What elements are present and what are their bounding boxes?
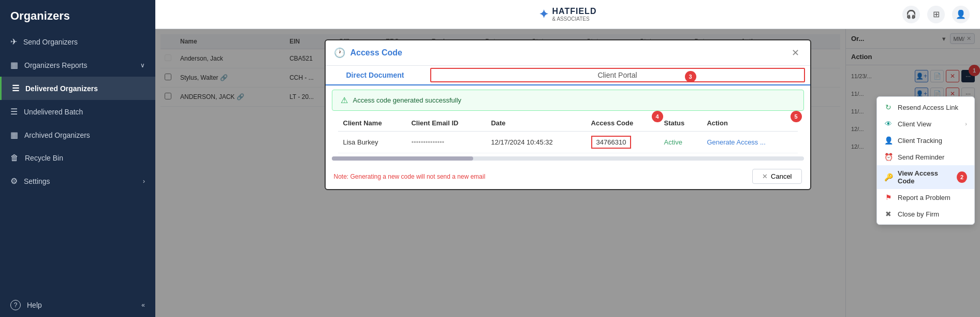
sidebar-title: Organizers xyxy=(0,0,155,30)
sidebar: Organizers ✈ Send Organizers ▦ Organizer… xyxy=(0,0,155,317)
topbar: ✦ HATFIELD & ASSOCIATES 🎧 ⊞ 👤 xyxy=(155,0,980,29)
step-badge-4: 4 xyxy=(652,111,663,122)
dropdown-item-label: Client View xyxy=(898,120,931,128)
undelivered-icon: ☰ xyxy=(10,107,18,117)
scrollbar-thumb xyxy=(332,156,474,161)
col-date: Date xyxy=(486,115,586,132)
delivered-icon: ☰ xyxy=(12,83,19,93)
key-icon: 🔑 xyxy=(884,173,893,181)
chevron-left-icon: « xyxy=(141,301,145,309)
step-badge-2: 2 xyxy=(957,171,967,183)
sidebar-item-recycle-bin[interactable]: 🗑 Recycle Bin xyxy=(0,147,155,169)
logo-icon: ✦ xyxy=(539,8,548,21)
settings-icon: ⚙ xyxy=(10,176,18,186)
cell-status: Active xyxy=(659,132,702,153)
logo-name: HATFIELD xyxy=(552,7,597,16)
modal-table-container: Client Name Client Email ID Date Access … xyxy=(326,115,810,153)
modal-footer: Note: Generating a new code will not sen… xyxy=(326,164,810,189)
dropdown-item-label: Report a Problem xyxy=(898,194,950,201)
sidebar-item-settings[interactable]: ⚙ Settings › xyxy=(0,169,155,193)
resend-icon: ↻ xyxy=(884,103,893,111)
col-status: Status xyxy=(659,115,702,132)
dropdown-item-label: Resend Access Link xyxy=(898,104,958,111)
cell-date: 12/17/2024 10:45:32 xyxy=(486,132,586,153)
main-area: ✦ HATFIELD & ASSOCIATES 🎧 ⊞ 👤 Name EIN xyxy=(155,0,980,317)
sidebar-item-delivered-organizers[interactable]: ☰ Delivered Organizers xyxy=(0,77,155,100)
flag-icon: ⚑ xyxy=(884,193,893,201)
modal-tabs: Direct Document Client Portal 3 xyxy=(326,66,810,85)
archived-icon: ▦ xyxy=(10,130,18,140)
col-action: Action 5 xyxy=(701,115,797,132)
help-icon: ? xyxy=(10,300,21,310)
warning-icon: ⚠ xyxy=(341,95,348,105)
sidebar-item-send-organizers[interactable]: ✈ Send Organizers xyxy=(0,30,155,53)
modal-close-button[interactable]: ✕ xyxy=(789,47,802,59)
footer-note: Note: Generating a new code will not sen… xyxy=(334,173,486,180)
tab-direct-document[interactable]: Direct Document xyxy=(326,66,425,85)
step-badge-5: 5 xyxy=(791,111,802,122)
tab-client-portal[interactable]: Client Portal 3 xyxy=(430,68,805,82)
modal-overlay: 🕐 Access Code ✕ Direct Document Client P… xyxy=(155,29,980,317)
success-message: Access code generated successfully xyxy=(353,96,462,104)
success-banner: ⚠ Access code generated successfully xyxy=(332,90,804,111)
cell-access-code: 34766310 xyxy=(586,132,659,153)
grid-button[interactable]: ⊞ xyxy=(927,6,945,23)
company-logo: ✦ HATFIELD & ASSOCIATES xyxy=(539,7,597,22)
modal-scrollbar-container xyxy=(326,153,810,164)
chevron-right-icon: › xyxy=(143,178,145,185)
dropdown-item-send-reminder[interactable]: ⏰ Send Reminder xyxy=(877,149,974,165)
step-badge-3: 3 xyxy=(685,71,696,82)
send-organizers-icon: ✈ xyxy=(10,37,17,47)
action-dropdown-menu: ↻ Resend Access Link 👁 Client View › 👤 C… xyxy=(876,96,975,225)
reminder-icon: ⏰ xyxy=(884,153,893,161)
dropdown-item-view-access-code[interactable]: 🔑 View Access Code 2 xyxy=(877,165,974,189)
access-code-value: 34766310 xyxy=(591,136,632,149)
sidebar-item-organizers-reports[interactable]: ▦ Organizers Reports ∨ xyxy=(0,53,155,77)
cell-action[interactable]: Generate Access ... xyxy=(701,132,797,153)
dropdown-item-client-view[interactable]: 👁 Client View › xyxy=(877,116,974,132)
col-client-name: Client Name xyxy=(338,115,406,132)
dropdown-item-close-by-firm[interactable]: ✖ Close by Firm xyxy=(877,206,974,222)
recycle-bin-icon: 🗑 xyxy=(10,153,19,163)
modal-scrollbar[interactable] xyxy=(332,156,804,161)
cell-client-name: Lisa Burkey xyxy=(338,132,406,153)
chevron-down-icon: ∨ xyxy=(140,62,145,69)
close-firm-icon: ✖ xyxy=(884,210,893,218)
reports-icon: ▦ xyxy=(10,60,18,70)
cancel-x-icon: ✕ xyxy=(762,172,768,180)
modal-title: Access Code xyxy=(350,48,784,57)
dropdown-item-label: Send Reminder xyxy=(898,153,944,161)
modal-tabs-container: Direct Document Client Portal 3 xyxy=(326,66,810,85)
sidebar-item-archived-organizers[interactable]: ▦ Archived Organizers xyxy=(0,123,155,147)
dropdown-item-label: View Access Code xyxy=(898,169,952,185)
sidebar-item-undelivered-batch[interactable]: ☰ Undelivered Batch xyxy=(0,100,155,123)
table-row: Lisa Burkey •••••••••••••• 12/17/2024 10… xyxy=(338,132,798,153)
col-access-code: Access Code 4 xyxy=(586,115,659,132)
logo-tagline: & ASSOCIATES xyxy=(552,16,597,22)
generate-access-link[interactable]: Generate Access ... xyxy=(707,138,765,146)
dropdown-item-label: Client Tracking xyxy=(898,137,942,145)
topbar-actions: 🎧 ⊞ 👤 xyxy=(902,6,970,23)
cancel-button[interactable]: ✕ Cancel xyxy=(752,169,801,184)
dropdown-item-resend-access-link[interactable]: ↻ Resend Access Link xyxy=(877,99,974,116)
footer-buttons: ✕ Cancel xyxy=(752,169,801,184)
content-area: Name EIN Office ERO Reviewer Date Status… xyxy=(155,29,980,317)
user-avatar[interactable]: 👤 xyxy=(952,6,970,23)
eye-icon: 👁 xyxy=(884,120,893,128)
cell-client-email: •••••••••••••• xyxy=(406,132,486,153)
dropdown-item-report-problem[interactable]: ⚑ Report a Problem xyxy=(877,189,974,206)
dropdown-item-label: Close by Firm xyxy=(898,210,939,218)
headphones-button[interactable]: 🎧 xyxy=(902,6,920,23)
col-client-email: Client Email ID xyxy=(406,115,486,132)
modal-header: 🕐 Access Code ✕ xyxy=(326,40,810,66)
sidebar-item-help[interactable]: ? Help « xyxy=(0,293,155,317)
access-code-modal: 🕐 Access Code ✕ Direct Document Client P… xyxy=(325,39,811,190)
access-code-table: Client Name Client Email ID Date Access … xyxy=(338,115,798,153)
clock-icon: 🕐 xyxy=(334,47,345,59)
dropdown-item-client-tracking[interactable]: 👤 Client Tracking xyxy=(877,132,974,149)
tracking-icon: 👤 xyxy=(884,136,893,145)
chevron-right-icon: › xyxy=(965,121,967,127)
